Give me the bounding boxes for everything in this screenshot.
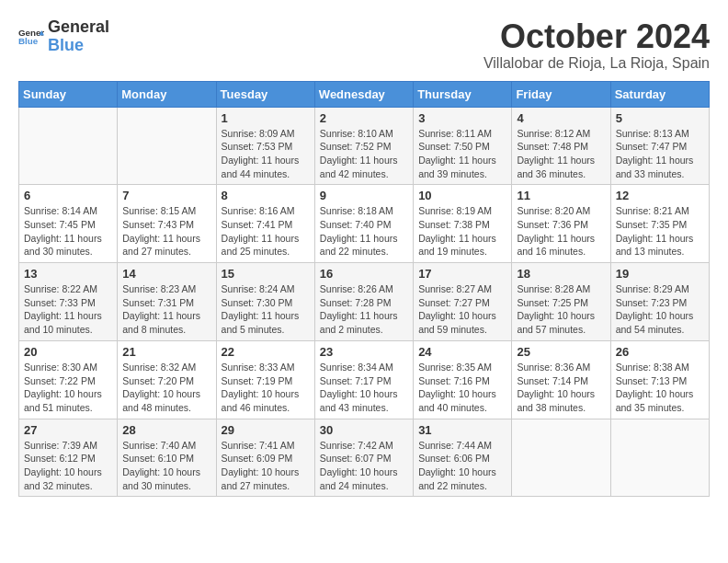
day-info: Sunrise: 8:18 AM Sunset: 7:40 PM Dayligh… — [320, 204, 408, 259]
day-number: 3 — [418, 111, 506, 125]
day-number: 21 — [122, 345, 210, 359]
day-info: Sunrise: 8:11 AM Sunset: 7:50 PM Dayligh… — [418, 127, 506, 181]
day-info: Sunrise: 8:21 AM Sunset: 7:35 PM Dayligh… — [616, 204, 704, 259]
week-row-4: 20Sunrise: 8:30 AM Sunset: 7:22 PM Dayli… — [19, 340, 710, 419]
location: Villalobar de Rioja, La Rioja, Spain — [483, 55, 710, 72]
weekday-header-wednesday: Wednesday — [314, 81, 413, 107]
day-cell: 25Sunrise: 8:36 AM Sunset: 7:14 PM Dayli… — [512, 340, 610, 419]
day-number: 6 — [24, 189, 112, 202]
day-info: Sunrise: 8:29 AM Sunset: 7:23 PM Dayligh… — [616, 282, 704, 337]
day-number: 15 — [222, 267, 310, 281]
day-cell: 11Sunrise: 8:20 AM Sunset: 7:36 PM Dayli… — [512, 185, 610, 263]
day-number: 27 — [24, 423, 112, 437]
day-cell: 19Sunrise: 8:29 AM Sunset: 7:23 PM Dayli… — [610, 263, 709, 341]
week-row-2: 6Sunrise: 8:14 AM Sunset: 7:45 PM Daylig… — [19, 185, 710, 263]
day-info: Sunrise: 8:13 AM Sunset: 7:47 PM Dayligh… — [616, 127, 704, 181]
day-number: 2 — [320, 111, 408, 125]
day-number: 16 — [320, 267, 408, 281]
day-cell: 22Sunrise: 8:33 AM Sunset: 7:19 PM Dayli… — [216, 340, 314, 419]
day-info: Sunrise: 8:15 AM Sunset: 7:43 PM Dayligh… — [122, 204, 210, 259]
day-info: Sunrise: 8:19 AM Sunset: 7:38 PM Dayligh… — [418, 204, 506, 259]
day-cell: 12Sunrise: 8:21 AM Sunset: 7:35 PM Dayli… — [610, 185, 709, 263]
logo-icon: General Blue — [18, 24, 44, 50]
day-info: Sunrise: 8:09 AM Sunset: 7:53 PM Dayligh… — [222, 127, 310, 181]
day-number: 7 — [122, 189, 210, 202]
calendar-table: SundayMondayTuesdayWednesdayThursdayFrid… — [18, 81, 710, 498]
day-cell: 10Sunrise: 8:19 AM Sunset: 7:38 PM Dayli… — [414, 185, 512, 263]
day-number: 23 — [320, 345, 408, 359]
day-cell: 23Sunrise: 8:34 AM Sunset: 7:17 PM Dayli… — [314, 340, 413, 419]
day-cell: 20Sunrise: 8:30 AM Sunset: 7:22 PM Dayli… — [19, 340, 118, 419]
day-number: 9 — [320, 189, 408, 202]
day-cell: 29Sunrise: 7:41 AM Sunset: 6:09 PM Dayli… — [216, 419, 314, 497]
week-row-1: 1Sunrise: 8:09 AM Sunset: 7:53 PM Daylig… — [19, 107, 710, 185]
day-number: 22 — [222, 345, 310, 359]
day-number: 25 — [517, 345, 605, 359]
day-number: 29 — [222, 423, 310, 437]
day-number: 10 — [418, 189, 506, 202]
week-row-5: 27Sunrise: 7:39 AM Sunset: 6:12 PM Dayli… — [19, 419, 710, 497]
day-cell: 8Sunrise: 8:16 AM Sunset: 7:41 PM Daylig… — [216, 185, 314, 263]
page-header: General Blue General Blue October 2024 V… — [18, 18, 710, 72]
day-number: 8 — [222, 189, 310, 202]
day-cell: 13Sunrise: 8:22 AM Sunset: 7:33 PM Dayli… — [19, 263, 118, 341]
month-title: October 2024 — [483, 18, 710, 55]
day-info: Sunrise: 8:27 AM Sunset: 7:27 PM Dayligh… — [418, 282, 506, 337]
day-cell: 17Sunrise: 8:27 AM Sunset: 7:27 PM Dayli… — [414, 263, 512, 341]
day-cell: 31Sunrise: 7:44 AM Sunset: 6:06 PM Dayli… — [414, 419, 512, 497]
day-info: Sunrise: 8:34 AM Sunset: 7:17 PM Dayligh… — [320, 361, 408, 415]
day-cell: 7Sunrise: 8:15 AM Sunset: 7:43 PM Daylig… — [118, 185, 216, 263]
day-info: Sunrise: 8:35 AM Sunset: 7:16 PM Dayligh… — [418, 361, 506, 415]
day-info: Sunrise: 8:12 AM Sunset: 7:48 PM Dayligh… — [517, 127, 605, 181]
day-info: Sunrise: 7:39 AM Sunset: 6:12 PM Dayligh… — [24, 439, 112, 493]
weekday-header-saturday: Saturday — [610, 81, 709, 107]
day-cell: 27Sunrise: 7:39 AM Sunset: 6:12 PM Dayli… — [19, 419, 118, 497]
day-cell — [512, 419, 610, 497]
day-info: Sunrise: 7:41 AM Sunset: 6:09 PM Dayligh… — [222, 439, 310, 493]
day-info: Sunrise: 7:40 AM Sunset: 6:10 PM Dayligh… — [122, 439, 210, 493]
weekday-header-sunday: Sunday — [19, 81, 118, 107]
day-info: Sunrise: 7:42 AM Sunset: 6:07 PM Dayligh… — [320, 439, 408, 493]
logo-text: General Blue — [48, 18, 109, 55]
day-info: Sunrise: 8:33 AM Sunset: 7:19 PM Dayligh… — [222, 361, 310, 415]
day-number: 12 — [616, 189, 704, 202]
day-number: 13 — [24, 267, 112, 281]
day-info: Sunrise: 8:38 AM Sunset: 7:13 PM Dayligh… — [616, 361, 704, 415]
day-cell — [118, 107, 216, 185]
day-cell: 18Sunrise: 8:28 AM Sunset: 7:25 PM Dayli… — [512, 263, 610, 341]
day-info: Sunrise: 8:14 AM Sunset: 7:45 PM Dayligh… — [24, 204, 112, 259]
day-cell: 14Sunrise: 8:23 AM Sunset: 7:31 PM Dayli… — [118, 263, 216, 341]
day-number: 30 — [320, 423, 408, 437]
day-cell — [19, 107, 118, 185]
day-info: Sunrise: 8:22 AM Sunset: 7:33 PM Dayligh… — [24, 282, 112, 337]
day-number: 28 — [122, 423, 210, 437]
day-cell: 26Sunrise: 8:38 AM Sunset: 7:13 PM Dayli… — [610, 340, 709, 419]
day-cell: 1Sunrise: 8:09 AM Sunset: 7:53 PM Daylig… — [216, 107, 314, 185]
day-info: Sunrise: 8:36 AM Sunset: 7:14 PM Dayligh… — [517, 361, 605, 415]
weekday-header-row: SundayMondayTuesdayWednesdayThursdayFrid… — [19, 81, 710, 107]
day-info: Sunrise: 8:23 AM Sunset: 7:31 PM Dayligh… — [122, 282, 210, 337]
day-cell: 21Sunrise: 8:32 AM Sunset: 7:20 PM Dayli… — [118, 340, 216, 419]
day-number: 26 — [616, 345, 704, 359]
day-cell: 9Sunrise: 8:18 AM Sunset: 7:40 PM Daylig… — [314, 185, 413, 263]
day-number: 17 — [418, 267, 506, 281]
day-info: Sunrise: 8:16 AM Sunset: 7:41 PM Dayligh… — [222, 204, 310, 259]
day-number: 4 — [517, 111, 605, 125]
day-number: 1 — [222, 111, 310, 125]
weekday-header-friday: Friday — [512, 81, 610, 107]
day-cell — [610, 419, 709, 497]
day-cell: 5Sunrise: 8:13 AM Sunset: 7:47 PM Daylig… — [610, 107, 709, 185]
svg-text:Blue: Blue — [18, 36, 39, 46]
weekday-header-monday: Monday — [118, 81, 216, 107]
day-number: 14 — [122, 267, 210, 281]
day-cell: 28Sunrise: 7:40 AM Sunset: 6:10 PM Dayli… — [118, 419, 216, 497]
day-cell: 15Sunrise: 8:24 AM Sunset: 7:30 PM Dayli… — [216, 263, 314, 341]
week-row-3: 13Sunrise: 8:22 AM Sunset: 7:33 PM Dayli… — [19, 263, 710, 341]
day-cell: 6Sunrise: 8:14 AM Sunset: 7:45 PM Daylig… — [19, 185, 118, 263]
day-info: Sunrise: 8:28 AM Sunset: 7:25 PM Dayligh… — [517, 282, 605, 337]
day-cell: 2Sunrise: 8:10 AM Sunset: 7:52 PM Daylig… — [314, 107, 413, 185]
day-info: Sunrise: 7:44 AM Sunset: 6:06 PM Dayligh… — [418, 439, 506, 493]
logo: General Blue General Blue — [18, 18, 109, 55]
day-number: 19 — [616, 267, 704, 281]
weekday-header-thursday: Thursday — [414, 81, 512, 107]
